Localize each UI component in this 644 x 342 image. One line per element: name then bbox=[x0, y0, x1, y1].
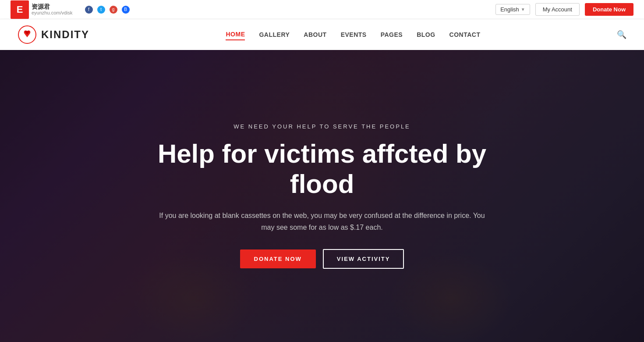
facebook-icon[interactable]: f bbox=[85, 6, 93, 14]
nav-link-about[interactable]: ABOUT bbox=[304, 29, 326, 40]
logo-name: 资源君 bbox=[32, 3, 73, 11]
language-label: English bbox=[500, 6, 519, 13]
donate-now-button-top[interactable]: Donate Now bbox=[585, 3, 633, 16]
top-bar: E 资源君 eyunzhu.com/vdisk f t g B English … bbox=[0, 0, 644, 19]
brand-icon bbox=[18, 25, 37, 44]
hero-content: WE NEED YOUR HELP TO SERVE THE PEOPLE He… bbox=[147, 123, 497, 269]
hero-description: If you are looking at blank cassettes on… bbox=[156, 210, 488, 233]
my-account-button[interactable]: My Account bbox=[535, 3, 580, 16]
nav-bar: KINDITY HOME GALLERY ABOUT EVENTS PAGES … bbox=[0, 19, 644, 50]
nav-links: HOME GALLERY ABOUT EVENTS PAGES BLOG CON… bbox=[226, 29, 480, 40]
donate-now-button-hero[interactable]: DONATE NOW bbox=[240, 249, 316, 268]
hero-title: Help for victims affcted by flood bbox=[156, 139, 488, 199]
view-activity-button[interactable]: VIEW ACTIVITY bbox=[323, 249, 404, 269]
logo-url: eyunzhu.com/vdisk bbox=[32, 10, 73, 16]
behance-icon[interactable]: B bbox=[122, 6, 130, 14]
hero-subtitle: WE NEED YOUR HELP TO SERVE THE PEOPLE bbox=[156, 123, 488, 130]
language-selector[interactable]: English ▼ bbox=[495, 4, 530, 15]
twitter-icon[interactable]: t bbox=[97, 6, 105, 14]
google-icon[interactable]: g bbox=[110, 6, 117, 14]
nav-link-gallery[interactable]: GALLERY bbox=[259, 29, 290, 40]
chevron-down-icon: ▼ bbox=[521, 7, 525, 12]
top-bar-right: English ▼ My Account Donate Now bbox=[495, 3, 633, 16]
nav-link-events[interactable]: EVENTS bbox=[341, 29, 367, 40]
logo-box: E 资源君 eyunzhu.com/vdisk bbox=[11, 0, 73, 19]
nav-right: 🔍 bbox=[617, 30, 626, 39]
top-bar-left: E 资源君 eyunzhu.com/vdisk f t g B bbox=[11, 0, 130, 19]
nav-link-blog[interactable]: BLOG bbox=[417, 29, 435, 40]
hero-buttons: DONATE NOW VIEW ACTIVITY bbox=[156, 249, 488, 269]
nav-link-contact[interactable]: CONTACT bbox=[449, 29, 481, 40]
brand-name: KINDITY bbox=[41, 28, 89, 41]
brand: KINDITY bbox=[18, 25, 89, 44]
nav-link-home[interactable]: HOME bbox=[226, 29, 245, 40]
logo-letter: E bbox=[11, 0, 29, 19]
nav-link-pages[interactable]: PAGES bbox=[381, 29, 403, 40]
search-icon[interactable]: 🔍 bbox=[617, 30, 626, 39]
social-icons: f t g B bbox=[85, 6, 130, 14]
hero-section: WE NEED YOUR HELP TO SERVE THE PEOPLE He… bbox=[0, 50, 644, 342]
logo-text: 资源君 eyunzhu.com/vdisk bbox=[32, 3, 73, 16]
